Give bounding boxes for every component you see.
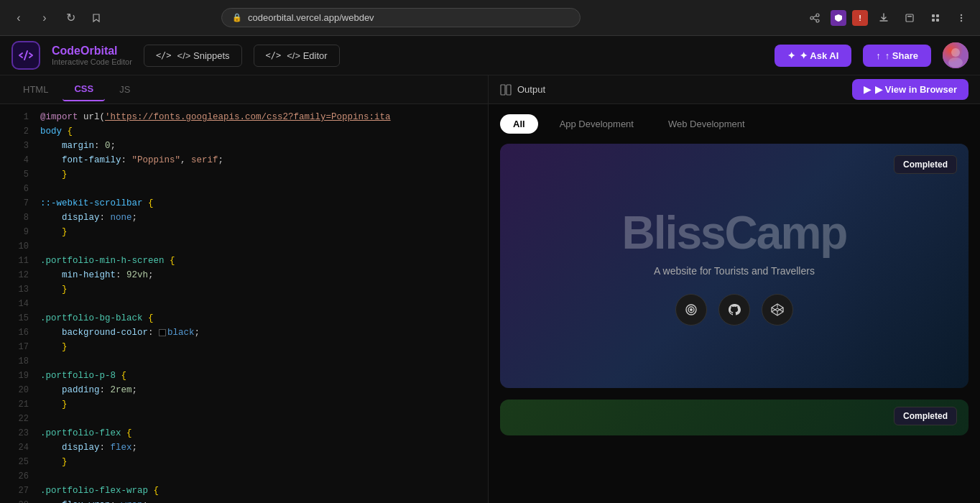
projects-container[interactable]: Completed BlissCamp A website for Touris… — [489, 144, 980, 503]
code-line-25: 25 } — [0, 455, 488, 469]
code-line-3: 3 margin: 0; — [0, 139, 488, 153]
radio-icon-btn[interactable] — [675, 294, 707, 326]
svg-rect-9 — [932, 19, 935, 22]
code-line-8: 8 display: none; — [0, 211, 488, 225]
code-line-15: 15 .portfolio-bg-black { — [0, 311, 488, 326]
code-line-7: 7 ::-webkit-scrollbar { — [0, 196, 488, 211]
app-logo — [11, 41, 40, 70]
view-browser-button[interactable]: ▶ ▶ View in Browser — [852, 79, 969, 100]
svg-rect-10 — [936, 19, 939, 22]
back-button[interactable]: ‹ — [9, 8, 29, 28]
code-line-4: 4 font-family: "Poppins", serif; — [0, 153, 488, 167]
project-card-blisscamp[interactable]: Completed BlissCamp A website for Touris… — [500, 144, 969, 388]
completed-badge-1: Completed — [894, 155, 957, 174]
code-editor[interactable]: 1 @import url('https://fonts.googleapis.… — [0, 104, 488, 503]
code-line-11: 11 .portfolio-min-h-screen { — [0, 254, 488, 268]
editor-label: </> Editor — [287, 50, 327, 61]
code-panel: HTML CSS JS 1 @import url('https://fonts… — [0, 75, 489, 503]
share-icon-btn[interactable] — [805, 8, 825, 28]
snippets-button[interactable]: </> </> Snippets — [144, 45, 242, 67]
project-icons-blisscamp — [675, 294, 793, 326]
snippets-label: </> Snippets — [177, 50, 230, 61]
view-browser-label: ▶ View in Browser — [875, 84, 957, 95]
code-line-9: 9 } — [0, 225, 488, 239]
completed-badge-2: Completed — [894, 407, 957, 425]
code-line-21: 21 } — [0, 397, 488, 412]
svg-point-12 — [961, 17, 962, 18]
svg-point-0 — [816, 14, 819, 17]
ask-ai-icon: ✦ — [787, 50, 795, 61]
code-line-28: 28 flex-wrap: wrap; — [0, 498, 488, 503]
share-icon: ↑ — [876, 50, 881, 61]
svg-line-27 — [772, 308, 777, 312]
code-line-26: 26 — [0, 469, 488, 484]
filter-all[interactable]: All — [500, 114, 538, 134]
code-line-13: 13 } — [0, 282, 488, 297]
extensions-icon[interactable] — [925, 8, 946, 28]
svg-rect-17 — [501, 85, 505, 95]
browser-chrome: ‹ › ↻ 🔒 codeorbital.vercel.app/webdev ! — [0, 0, 980, 36]
svg-line-24 — [777, 308, 783, 311]
project-card-second[interactable]: Completed — [500, 400, 969, 435]
code-line-17: 17 } — [0, 340, 488, 354]
svg-point-11 — [961, 14, 962, 15]
share-label: ↑ Share — [885, 50, 918, 61]
address-bar[interactable]: 🔒 codeorbital.vercel.app/webdev — [221, 8, 581, 27]
github-icon-btn[interactable] — [718, 294, 750, 326]
code-line-1: 1 @import url('https://fonts.googleapis.… — [0, 110, 488, 124]
svg-rect-8 — [936, 14, 939, 17]
project-subtitle-blisscamp: A website for Tourists and Travellers — [654, 265, 815, 277]
lock-icon: 🔒 — [232, 13, 242, 22]
svg-line-28 — [777, 308, 783, 312]
brand-name: CodeOrbital — [52, 45, 132, 57]
tab-css[interactable]: CSS — [63, 78, 105, 101]
editor-icon: </> — [266, 50, 282, 60]
download-icon[interactable] — [874, 8, 894, 28]
brand-subtitle: Interactive Code Editor — [52, 57, 132, 66]
ask-ai-label: ✦ Ask AI — [800, 50, 838, 61]
refresh-button[interactable]: ↻ — [60, 8, 80, 28]
project-title-blisscamp: BlissCamp — [622, 206, 847, 259]
menu-icon[interactable] — [951, 8, 971, 28]
layout-icon — [500, 84, 512, 96]
svg-point-1 — [810, 17, 813, 19]
svg-rect-5 — [906, 14, 913, 22]
svg-line-3 — [813, 16, 816, 17]
tab-js[interactable]: JS — [108, 78, 142, 101]
code-line-22: 22 — [0, 412, 488, 426]
codepen-icon-btn[interactable] — [762, 294, 793, 326]
avatar[interactable] — [943, 42, 969, 68]
code-line-2: 2 body { — [0, 124, 488, 139]
url-text: codeorbital.vercel.app/webdev — [248, 12, 374, 23]
editor-button[interactable]: </> </> Editor — [254, 45, 340, 67]
tab-html[interactable]: HTML — [11, 78, 60, 101]
svg-rect-6 — [907, 16, 912, 17]
svg-rect-18 — [507, 85, 511, 95]
output-header: Output ▶ ▶ View in Browser — [489, 75, 980, 104]
shield-icon — [831, 10, 846, 26]
code-line-16: 16 background-color: black; — [0, 326, 488, 340]
code-line-14: 14 — [0, 297, 488, 311]
svg-point-21 — [690, 308, 693, 311]
output-panel: Output ▶ ▶ View in Browser All App Devel… — [489, 75, 980, 503]
play-icon: ▶ — [864, 84, 871, 95]
code-line-18: 18 — [0, 354, 488, 369]
code-line-19: 19 .portfolio-p-8 { — [0, 369, 488, 383]
main-content: HTML CSS JS 1 @import url('https://fonts… — [0, 75, 980, 503]
app-brand: CodeOrbital Interactive Code Editor — [52, 45, 132, 66]
ask-ai-button[interactable]: ✦ ✦ Ask AI — [775, 45, 851, 67]
code-tabs: HTML CSS JS — [0, 75, 488, 104]
code-line-12: 12 min-height: 92vh; — [0, 268, 488, 282]
forward-button[interactable]: › — [34, 8, 55, 28]
alert-icon: ! — [852, 10, 868, 26]
bookmark-button[interactable] — [86, 8, 106, 28]
output-label: Output — [517, 84, 545, 95]
share-button[interactable]: ↑ ↑ Share — [863, 45, 931, 67]
svg-line-23 — [772, 308, 777, 311]
tab-icon[interactable] — [900, 8, 920, 28]
filter-app-dev[interactable]: App Development — [547, 114, 647, 134]
svg-point-15 — [951, 48, 960, 57]
filter-web-dev[interactable]: Web Development — [655, 114, 758, 134]
code-line-10: 10 — [0, 239, 488, 254]
filter-tabs: All App Development Web Development — [489, 104, 980, 144]
